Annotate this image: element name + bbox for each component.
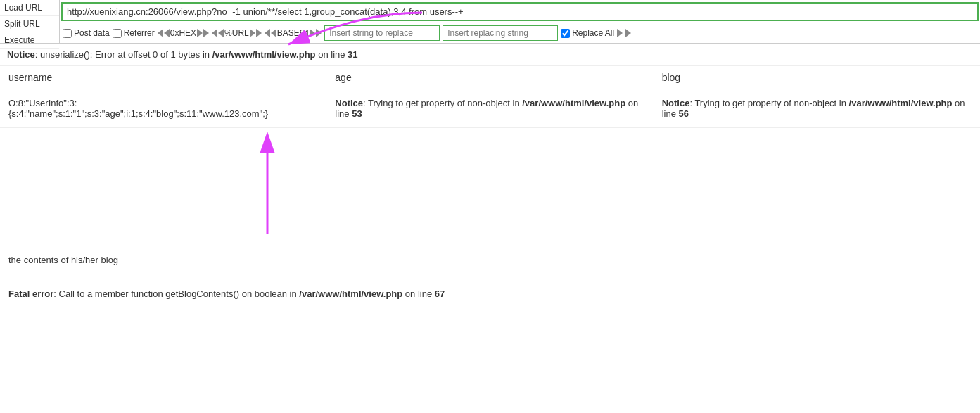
url-arrow-right-icon — [250, 29, 255, 37]
col-header-username: username — [0, 66, 326, 89]
base64-arrow-left-icon — [265, 29, 270, 37]
base64-arrow-right-icon — [310, 29, 315, 37]
replace-all-text: Replace All — [572, 28, 614, 38]
referrer-checkbox[interactable] — [113, 29, 122, 38]
post-data-label: Post data — [74, 28, 110, 38]
bottom-content: the contents of his/her blog Fatal error… — [0, 241, 980, 319]
username-line1: O:8:"UserInfo":3: — [8, 98, 77, 108]
url-arrow-left2-icon — [218, 29, 224, 37]
replace-all-checkbox[interactable] — [561, 29, 570, 38]
notice-line: 31 — [348, 49, 357, 60]
age-line: 53 — [352, 108, 362, 119]
username-cell: O:8:"UserInfo":3: {s:4:"name";s:1:"1";s:… — [0, 89, 326, 128]
col-header-age: age — [326, 66, 653, 89]
notice-bar: Notice: unserialize(): Error at offset 0… — [0, 44, 980, 66]
extra-arrow-right-icon — [617, 29, 623, 37]
split-url-button[interactable]: Split URL — [0, 16, 59, 32]
notice-label: Notice — [7, 49, 35, 60]
insert-replacing-input[interactable] — [443, 25, 558, 41]
col-header-blog: blog — [654, 66, 980, 89]
hex-label: 0xHEX — [170, 28, 196, 38]
blog-line: 56 — [679, 108, 689, 119]
hex-arrow-left-icon — [158, 29, 163, 37]
base64-arrow-left2-icon — [271, 29, 276, 37]
fatal-error-path: /var/www/html/view.php — [299, 288, 402, 299]
magenta-arrow-2 — [211, 128, 352, 237]
arrow-spacer — [0, 128, 980, 241]
age-cell: Notice: Trying to get property of non-ob… — [326, 89, 653, 128]
data-table: username age blog O:8:"UserInfo":3: {s:4… — [0, 66, 980, 128]
base64-label: BASE64 — [277, 28, 309, 38]
insert-string-input[interactable] — [324, 25, 440, 41]
hex-encode-group: 0xHEX — [158, 28, 209, 38]
age-path: /var/www/html/view.php — [522, 98, 625, 108]
fatal-error-line: 67 — [435, 288, 445, 299]
fatal-error-msg: : Call to a member function getBlogConte… — [53, 288, 299, 299]
post-data-checkbox[interactable] — [63, 29, 72, 38]
referrer-checkbox-label[interactable]: Referrer — [113, 28, 155, 38]
blog-cell: Notice: Trying to get property of non-ob… — [654, 89, 980, 128]
notice-message: : unserialize(): Error at offset 0 of 1 … — [35, 49, 212, 60]
url-arrow-right2-icon — [256, 29, 262, 37]
age-notice-msg: : Trying to get property of non-object i… — [363, 98, 522, 108]
notice-line-prefix: on line — [316, 49, 348, 60]
url-arrow-left-icon — [212, 29, 217, 37]
blog-notice-msg: : Trying to get property of non-object i… — [689, 98, 848, 108]
base64-arrow-right2-icon — [316, 29, 322, 37]
hex-arrow-left2-icon — [164, 29, 170, 37]
referrer-label: Referrer — [124, 28, 155, 38]
blog-path: /var/www/html/view.php — [849, 98, 953, 108]
age-notice-label: Notice — [335, 98, 363, 108]
hex-arrow-right2-icon — [203, 29, 209, 37]
url-encode-group: %URL — [212, 28, 262, 38]
notice-path: /var/www/html/view.php — [212, 49, 316, 60]
post-data-checkbox-label[interactable]: Post data — [63, 28, 110, 38]
url-input[interactable] — [61, 2, 979, 21]
table-row: O:8:"UserInfo":3: {s:4:"name";s:1:"1";s:… — [0, 89, 980, 128]
hex-arrow-right-icon — [197, 29, 203, 37]
username-line2: {s:4:"name";s:1:"1";s:3:"age";i:1;s:4:"b… — [8, 108, 268, 119]
fatal-error-label: Fatal error — [8, 288, 53, 299]
load-url-button[interactable]: Load URL — [0, 0, 59, 16]
blog-contents-text: the contents of his/her blog — [8, 255, 972, 274]
fatal-error-line-prefix: on line — [402, 288, 435, 299]
replace-all-label[interactable]: Replace All — [561, 28, 614, 38]
url-encode-label: %URL — [224, 28, 249, 38]
base64-encode-group: BASE64 — [265, 28, 322, 38]
blog-notice-label: Notice — [662, 98, 690, 108]
fatal-error-bar: Fatal error: Call to a member function g… — [8, 283, 972, 305]
execute-button[interactable]: Execute — [0, 32, 59, 49]
extra-arrow-right2-icon — [625, 29, 631, 37]
